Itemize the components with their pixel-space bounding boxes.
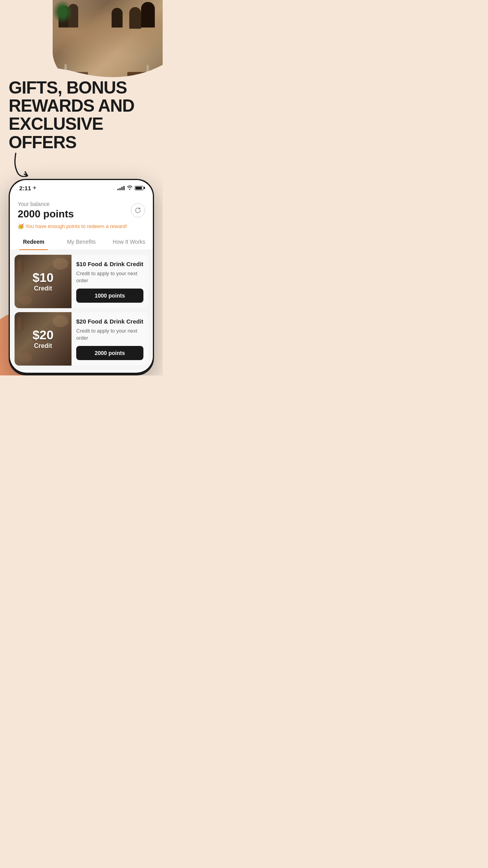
main-content: GIFTS, BONUS REWARDS AND EXCLUSIVE OFFER… — [0, 0, 163, 375]
location-icon: ✈ — [33, 185, 37, 191]
balance-amount: 2000 points — [18, 208, 74, 220]
phone-mockup: 2:11 ✈ — [9, 179, 154, 375]
arrow-container — [0, 151, 163, 179]
signal-bar-3 — [121, 187, 123, 190]
redeem-notice-text: You have enough points to redeem a rewar… — [25, 223, 127, 229]
tabs: Redeem My Benefits How It Works — [10, 234, 153, 250]
battery-fill — [136, 187, 142, 189]
reward-type-10: Credit — [34, 285, 52, 292]
reward-type-20: Credit — [34, 342, 52, 349]
status-time: 2:11 — [19, 185, 31, 191]
rewards-list: $10 Credit $10 Food & Drink Credit Credi… — [10, 250, 153, 370]
reward-card-10: $10 Credit $10 Food & Drink Credit Credi… — [15, 255, 148, 308]
reward-redeem-button-20[interactable]: 2000 points — [76, 346, 143, 360]
redeem-notice-emoji: 🥳 — [18, 223, 25, 229]
headline-line2: REWARDS AND — [9, 97, 154, 115]
signal-bar-4 — [123, 186, 125, 190]
reward-info-10: $10 Food & Drink Credit Credit to apply … — [72, 255, 148, 308]
headline-line3: EXCLUSIVE OFFERS — [9, 115, 154, 151]
balance-label: Your balance — [18, 201, 74, 207]
tab-my-benefits[interactable]: My Benefits — [57, 234, 105, 250]
reward-redeem-button-10[interactable]: 1000 points — [76, 289, 143, 303]
signal-bar-1 — [117, 189, 119, 190]
phone-screen: 2:11 ✈ — [10, 180, 153, 373]
reward-image-20: $20 Credit — [15, 312, 72, 366]
battery-icon — [135, 186, 143, 190]
reward-amount-10: $10 — [33, 270, 53, 285]
wifi-icon — [127, 185, 133, 191]
refresh-button[interactable] — [131, 203, 145, 217]
reward-info-20: $20 Food & Drink Credit Credit to apply … — [72, 312, 148, 366]
reward-title-20: $20 Food & Drink Credit — [76, 318, 143, 326]
refresh-icon — [134, 207, 141, 214]
reward-image-10: $10 Credit — [15, 255, 72, 308]
reward-desc-10: Credit to apply to your next order — [76, 270, 143, 284]
headline-line1: GIFTS, BONUS — [9, 79, 154, 97]
signal-bars — [117, 186, 125, 190]
balance-section: Your balance 2000 points 🥳 You have enou… — [10, 195, 153, 229]
reward-amount-20: $20 — [33, 328, 53, 342]
tab-how-it-works[interactable]: How It Works — [105, 234, 153, 250]
arrow-icon — [12, 151, 47, 177]
status-icons — [117, 185, 143, 191]
reward-desc-20: Credit to apply to your next order — [76, 327, 143, 342]
headline: GIFTS, BONUS REWARDS AND EXCLUSIVE OFFER… — [0, 79, 163, 151]
tab-redeem[interactable]: Redeem — [10, 234, 57, 250]
signal-bar-2 — [119, 188, 121, 190]
status-bar: 2:11 ✈ — [10, 180, 153, 195]
balance-header: Your balance 2000 points — [18, 201, 145, 220]
redeem-notice: 🥳 You have enough points to redeem a rew… — [18, 223, 145, 229]
reward-title-10: $10 Food & Drink Credit — [76, 260, 143, 268]
reward-card-20: $20 Credit $20 Food & Drink Credit Credi… — [15, 312, 148, 366]
